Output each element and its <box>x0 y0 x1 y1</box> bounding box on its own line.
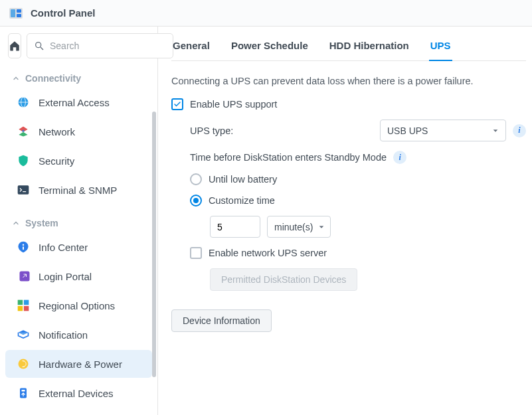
section-connectivity[interactable]: Connectivity <box>0 66 157 88</box>
titlebar: Control Panel <box>0 0 532 27</box>
tab-general[interactable]: General <box>171 36 211 60</box>
radio-until-low-battery[interactable] <box>190 173 202 185</box>
search-box[interactable] <box>27 33 173 58</box>
chevron-down-icon <box>492 127 499 134</box>
sidebar-item-label: Security <box>39 155 74 167</box>
sidebar-item-label: Hardware & Power <box>39 359 122 370</box>
checkmark-icon <box>173 100 181 108</box>
radio-until-label: Until low battery <box>209 174 277 185</box>
permitted-devices-button: Permitted DiskStation Devices <box>210 268 357 291</box>
svg-point-4 <box>36 42 41 48</box>
tab-power-schedule[interactable]: Power Schedule <box>230 36 310 60</box>
hardware-icon <box>16 357 31 371</box>
regional-icon <box>16 298 31 313</box>
sidebar-item-label: Info Center <box>39 242 88 253</box>
section-label: Connectivity <box>25 73 81 84</box>
network-ups-checkbox[interactable] <box>190 247 202 259</box>
enable-ups-checkbox[interactable] <box>171 98 183 110</box>
sidebar-item-hardware-power[interactable]: Hardware & Power <box>5 350 152 378</box>
tabs: General Power Schedule HDD Hibernation U… <box>171 36 526 61</box>
sidebar-item-login-portal[interactable]: Login Portal <box>5 262 152 290</box>
sidebar-item-security[interactable]: Security <box>5 147 152 175</box>
sidebar-item-external-devices[interactable]: External Devices <box>5 379 152 407</box>
notification-icon <box>16 327 31 342</box>
device-information-button[interactable]: Device Information <box>171 309 272 332</box>
svg-rect-16 <box>18 306 23 311</box>
svg-point-9 <box>22 130 24 132</box>
home-button[interactable] <box>8 33 21 58</box>
chevron-down-icon <box>318 224 325 230</box>
sidebar-item-label: Notification <box>39 329 88 341</box>
svg-rect-1 <box>11 9 15 17</box>
main-panel: General Power Schedule HDD Hibernation U… <box>158 27 532 415</box>
ups-description: Connecting a UPS can prevent data loss w… <box>171 76 526 86</box>
sidebar-item-label: Regional Options <box>39 300 115 311</box>
sidebar: Connectivity External Access Network Sec… <box>0 27 158 415</box>
scrollbar[interactable] <box>152 112 156 377</box>
svg-rect-21 <box>22 390 25 392</box>
search-icon <box>34 41 44 51</box>
sidebar-item-label: External Access <box>39 97 110 108</box>
sidebar-item-external-access[interactable]: External Access <box>5 88 152 116</box>
external-devices-icon <box>16 386 31 400</box>
network-icon <box>16 124 31 139</box>
control-panel-icon <box>8 5 24 21</box>
radio-custom-label: Customize time <box>209 195 275 206</box>
shield-icon <box>16 153 31 168</box>
section-label: System <box>25 218 58 228</box>
ups-type-value: USB UPS <box>387 125 428 136</box>
sidebar-item-regional[interactable]: Regional Options <box>5 291 152 319</box>
chevron-up-icon <box>12 219 20 227</box>
info-icon <box>16 240 31 254</box>
standby-info[interactable]: i <box>393 151 406 164</box>
enable-ups-row: Enable UPS support <box>171 98 526 110</box>
globe-icon <box>16 95 31 110</box>
sidebar-item-network[interactable]: Network <box>5 118 152 145</box>
ups-type-info[interactable]: i <box>513 124 526 137</box>
sidebar-item-label: Terminal & SNMP <box>39 185 117 196</box>
window-title: Control Panel <box>31 7 96 19</box>
sidebar-item-update-restore[interactable]: Update & Restore <box>5 408 152 415</box>
sidebar-item-label: Network <box>39 126 75 137</box>
svg-rect-15 <box>24 300 29 305</box>
time-unit-select[interactable]: minute(s) <box>267 216 331 238</box>
tab-hdd-hibernation[interactable]: HDD Hibernation <box>328 36 410 60</box>
sidebar-item-notification[interactable]: Notification <box>5 321 152 349</box>
sidebar-item-info-center[interactable]: Info Center <box>5 233 152 261</box>
svg-rect-14 <box>18 300 23 305</box>
standby-label: Time before DiskStation enters Standby M… <box>190 152 387 163</box>
svg-rect-10 <box>18 185 29 194</box>
sidebar-item-label: Login Portal <box>39 271 92 282</box>
sidebar-item-label: External Devices <box>39 388 114 399</box>
radio-customize-time[interactable] <box>190 195 202 207</box>
time-value-input[interactable] <box>210 216 260 238</box>
ups-type-select[interactable]: USB UPS <box>380 120 506 141</box>
tab-ups[interactable]: UPS <box>429 36 452 60</box>
svg-rect-17 <box>24 306 29 311</box>
svg-rect-3 <box>17 14 21 17</box>
sidebar-item-terminal[interactable]: Terminal & SNMP <box>5 176 152 204</box>
network-ups-label: Enable network UPS server <box>209 248 327 258</box>
portal-icon <box>16 269 31 284</box>
svg-point-11 <box>23 244 25 246</box>
svg-rect-12 <box>23 246 24 250</box>
ups-type-label: UPS type: <box>190 125 373 136</box>
search-input[interactable] <box>50 41 166 51</box>
chevron-up-icon <box>12 74 20 82</box>
home-icon <box>9 40 21 52</box>
svg-rect-2 <box>17 9 21 13</box>
svg-line-5 <box>41 47 43 50</box>
section-system[interactable]: System <box>0 211 157 232</box>
enable-ups-label: Enable UPS support <box>190 99 277 110</box>
terminal-icon <box>16 183 31 197</box>
time-unit-value: minute(s) <box>274 222 313 232</box>
